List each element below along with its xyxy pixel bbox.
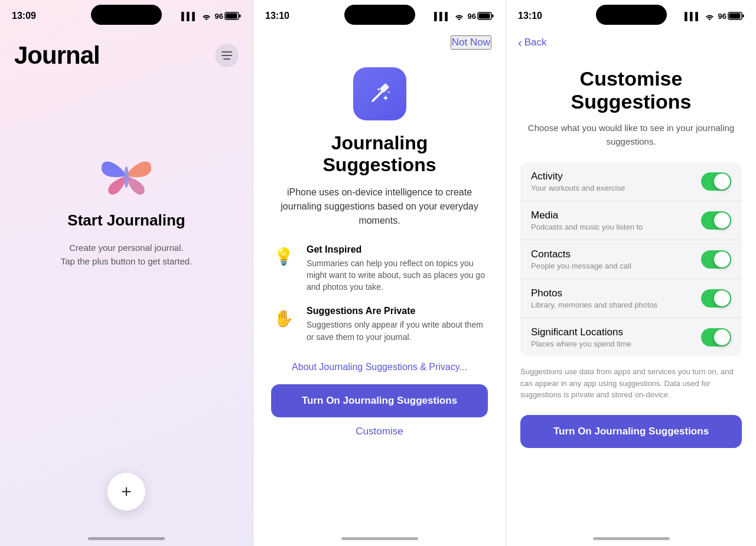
battery-icon-2: [477, 12, 494, 20]
battery-icon-1: [224, 12, 241, 20]
svg-text:✦: ✦: [387, 90, 391, 95]
toggle-knob: [714, 174, 730, 189]
dynamic-island-1: [91, 5, 162, 25]
feature-list: 💡 Get Inspired Summaries can help you re…: [271, 244, 488, 356]
add-entry-button[interactable]: +: [107, 473, 145, 511]
svg-rect-2: [239, 15, 241, 18]
activity-label: Activity: [531, 171, 625, 182]
journal-center: Start Journaling Create your personal jo…: [0, 152, 253, 268]
menu-button[interactable]: [215, 44, 239, 67]
contacts-label: Contacts: [531, 249, 631, 260]
contacts-sublabel: People you message and call: [531, 261, 631, 270]
journal-title: Journal: [14, 41, 100, 70]
journaling-suggestions-icon: ✦ ✦ ✦: [353, 67, 406, 120]
chevron-left-icon: ‹: [518, 36, 522, 50]
turn-on-button-3[interactable]: Turn On Journaling Suggestions: [520, 415, 742, 448]
home-indicator-3: [593, 537, 670, 540]
status-right-3: ▌▌▌ 96: [685, 12, 744, 21]
menu-line: [221, 51, 232, 53]
dynamic-island-2: [344, 5, 415, 25]
customise-link[interactable]: Customise: [356, 426, 403, 437]
svg-rect-13: [729, 14, 741, 19]
hand-icon: ✋: [271, 306, 296, 331]
svg-text:✦: ✦: [376, 86, 381, 93]
dynamic-island-3: [596, 5, 667, 25]
signal-icon-1: ▌▌▌: [181, 12, 198, 21]
customise-subtitle: Choose what you would like to see in you…: [520, 122, 742, 148]
start-journaling-title: Start Journaling: [67, 211, 185, 230]
locations-toggle[interactable]: [701, 328, 731, 346]
panel2-content: ✦ ✦ ✦ Journaling Suggestions iPhone uses…: [253, 55, 506, 437]
time-display-2: 13:10: [265, 11, 289, 21]
phone-panel-journal: 13:09 ▌▌▌ 96 Journal: [0, 0, 253, 546]
signal-icon-2: ▌▌▌: [434, 12, 451, 21]
gradient-fade: [506, 475, 756, 499]
toggle-contacts: Contacts People you message and call: [520, 240, 742, 279]
status-bar-2: 13:10 ▌▌▌ 96: [253, 0, 506, 30]
magic-wand-icon: ✦ ✦ ✦: [364, 79, 395, 109]
menu-icon: [221, 51, 232, 60]
feature-title-private: Suggestions Are Private: [307, 306, 488, 316]
photos-toggle[interactable]: [701, 289, 731, 308]
back-label: Back: [524, 37, 547, 48]
battery-1: 96: [215, 12, 241, 21]
photos-label: Photos: [531, 287, 657, 299]
toggle-knob: [714, 329, 730, 345]
locations-sublabel: Places where you spend time: [531, 339, 631, 348]
toggle-knob: [714, 290, 730, 306]
journal-header: Journal: [0, 35, 253, 70]
feature-desc-inspired: Summaries can help you reflect on topics…: [307, 257, 488, 293]
toggle-media: Media Podcasts and music you listen to: [520, 201, 742, 240]
svg-rect-14: [742, 15, 744, 18]
home-indicator-1: [88, 537, 165, 540]
toggle-list: Activity Your workouts and exercise Medi…: [520, 162, 742, 357]
feature-private: ✋ Suggestions Are Private Suggestions on…: [271, 306, 488, 343]
phone-panel-suggestions: 13:10 ▌▌▌ 96 Not Now: [253, 0, 506, 546]
lightbulb-icon: 💡: [271, 244, 296, 269]
back-button[interactable]: ‹ Back: [518, 36, 546, 50]
toggle-activity: Activity Your workouts and exercise: [520, 162, 742, 201]
battery-icon-3: [728, 12, 744, 20]
wifi-icon-2: [454, 12, 464, 20]
turn-on-button[interactable]: Turn On Journaling Suggestions: [271, 384, 488, 417]
feature-title-inspired: Get Inspired: [307, 244, 488, 255]
not-now-button[interactable]: Not Now: [451, 35, 491, 50]
suggestions-description: iPhone uses on-device intelligence to cr…: [271, 185, 488, 228]
feature-get-inspired: 💡 Get Inspired Summaries can help you re…: [271, 244, 488, 293]
locations-label: Significant Locations: [531, 326, 631, 338]
activity-toggle[interactable]: [701, 172, 731, 191]
activity-sublabel: Your workouts and exercise: [531, 184, 625, 192]
photos-sublabel: Library, memories and shared photos: [531, 300, 657, 309]
panel3-nav: ‹ Back: [506, 30, 756, 55]
panel2-nav: Not Now: [253, 30, 506, 55]
status-right-1: ▌▌▌ 96: [181, 12, 241, 21]
wifi-icon-3: [705, 12, 715, 20]
media-label: Media: [531, 210, 643, 221]
media-sublabel: Podcasts and music you listen to: [531, 223, 643, 231]
battery-3: 96: [718, 12, 744, 21]
privacy-link[interactable]: About Journaling Suggestions & Privacy..…: [292, 362, 467, 372]
suggestions-title: Journaling Suggestions: [322, 132, 436, 176]
svg-point-3: [124, 166, 129, 188]
customise-title: Customise Suggestions: [520, 67, 742, 113]
butterfly-logo: [97, 152, 156, 200]
time-display-3: 13:10: [518, 11, 542, 21]
menu-line: [221, 55, 232, 56]
svg-rect-1: [226, 14, 237, 19]
status-right-2: ▌▌▌ 96: [434, 12, 494, 21]
contacts-toggle[interactable]: [701, 250, 731, 269]
media-toggle[interactable]: [701, 211, 731, 230]
start-subtitle: Create your personal journal. Tap the pl…: [43, 241, 210, 268]
status-bar-1: 13:09 ▌▌▌ 96: [0, 0, 253, 30]
svg-rect-5: [479, 14, 490, 19]
feature-desc-private: Suggestions only appear if you write abo…: [307, 319, 488, 343]
status-bar-3: 13:10 ▌▌▌ 96: [506, 0, 756, 30]
home-indicator-2: [341, 537, 418, 540]
wifi-icon-1: [201, 12, 211, 20]
signal-icon-3: ▌▌▌: [685, 12, 701, 21]
menu-line: [223, 58, 230, 60]
footer-note: Suggestions use data from apps and servi…: [520, 366, 742, 401]
toggle-knob: [714, 251, 730, 267]
svg-rect-6: [492, 15, 494, 18]
toggle-knob: [714, 212, 730, 228]
